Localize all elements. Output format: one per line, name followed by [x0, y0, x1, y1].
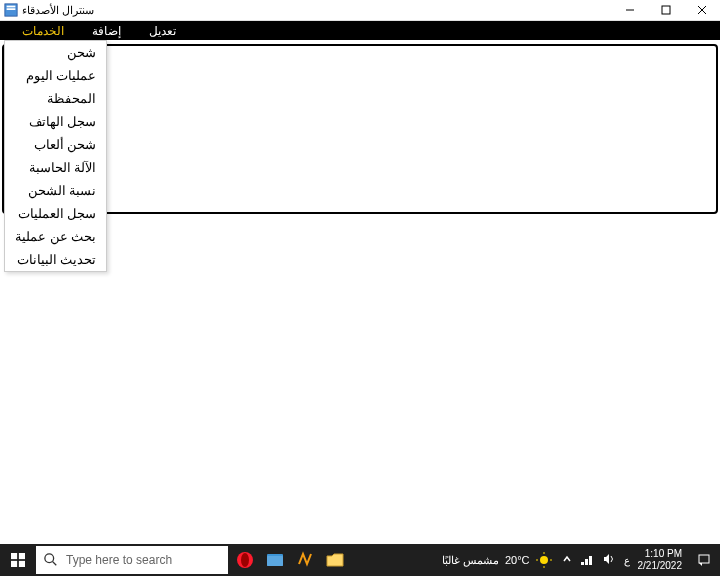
dropdown-item-ops-log[interactable]: سجل العمليات — [5, 202, 106, 225]
search-box[interactable]: Type here to search — [36, 546, 228, 574]
svg-rect-23 — [585, 559, 588, 565]
dropdown-item-charge-rate[interactable]: نسبة الشحن — [5, 179, 106, 202]
clock-date: 2/21/2022 — [638, 560, 683, 572]
dropdown-item-update-data[interactable]: تحديث البيانات — [5, 248, 106, 271]
titlebar: سنترال الأصدقاء — [0, 0, 720, 21]
taskbar-app-explorer[interactable] — [320, 544, 350, 576]
svg-rect-4 — [662, 6, 670, 14]
svg-rect-9 — [11, 561, 17, 567]
menubar: الخدمات إضافة تعديل — [0, 21, 720, 40]
menu-edit[interactable]: تعديل — [135, 21, 190, 40]
svg-point-17 — [540, 556, 548, 564]
weather-desc: مشمس غالبًا — [442, 554, 499, 567]
titlebar-left: سنترال الأصدقاء — [0, 3, 94, 17]
weather-widget[interactable]: 20°C مشمس غالبًا — [434, 552, 560, 568]
svg-rect-16 — [267, 556, 283, 566]
search-icon — [44, 553, 58, 567]
svg-point-14 — [241, 553, 249, 567]
dropdown-item-game-charge[interactable]: شحن ألعاب — [5, 133, 106, 156]
svg-rect-22 — [581, 562, 584, 565]
svg-line-12 — [53, 562, 57, 566]
menu-add[interactable]: إضافة — [78, 21, 135, 40]
svg-rect-2 — [7, 8, 16, 10]
language-indicator[interactable]: ع — [624, 555, 630, 566]
menu-services[interactable]: الخدمات — [8, 21, 78, 40]
dropdown-item-wallet[interactable]: المحفظة — [5, 87, 106, 110]
svg-rect-8 — [19, 553, 25, 559]
clock[interactable]: 1:10 PM 2/21/2022 — [632, 548, 689, 572]
taskbar-app-winamp[interactable] — [290, 544, 320, 576]
services-dropdown: شحن عمليات اليوم المحفظة سجل الهاتف شحن … — [4, 40, 107, 272]
clock-time: 1:10 PM — [638, 548, 683, 560]
taskbar-app-opera[interactable] — [230, 544, 260, 576]
svg-rect-10 — [19, 561, 25, 567]
close-button[interactable] — [684, 0, 720, 21]
dropdown-item-calculator[interactable]: الآلة الحاسبة — [5, 156, 106, 179]
svg-rect-25 — [699, 555, 709, 563]
taskbar-apps — [230, 544, 350, 576]
dropdown-item-phone-log[interactable]: سجل الهاتف — [5, 110, 106, 133]
taskbar: Type here to search 20°C مشمس غالبًا ع 1… — [0, 544, 720, 576]
tray-icons: ع — [562, 552, 630, 568]
dropdown-item-charge[interactable]: شحن — [5, 41, 106, 64]
network-icon[interactable] — [580, 552, 594, 568]
svg-rect-7 — [11, 553, 17, 559]
svg-point-11 — [45, 554, 54, 563]
minimize-button[interactable] — [612, 0, 648, 21]
svg-rect-1 — [7, 6, 16, 8]
dropdown-item-today-ops[interactable]: عمليات اليوم — [5, 64, 106, 87]
chevron-up-icon[interactable] — [562, 554, 572, 566]
app-icon — [4, 3, 18, 17]
system-tray: 20°C مشمس غالبًا ع 1:10 PM 2/21/2022 — [434, 544, 720, 576]
window-title: سنترال الأصدقاء — [22, 4, 94, 17]
svg-rect-24 — [589, 556, 592, 565]
window-controls — [612, 0, 720, 21]
content-panel — [2, 44, 718, 214]
weather-temp: 20°C — [505, 554, 530, 566]
search-placeholder: Type here to search — [66, 553, 172, 567]
taskbar-app-folder[interactable] — [260, 544, 290, 576]
start-button[interactable] — [0, 544, 36, 576]
notifications-button[interactable] — [690, 544, 718, 576]
dropdown-item-search-op[interactable]: بحث عن عملية — [5, 225, 106, 248]
volume-icon[interactable] — [602, 552, 616, 568]
maximize-button[interactable] — [648, 0, 684, 21]
